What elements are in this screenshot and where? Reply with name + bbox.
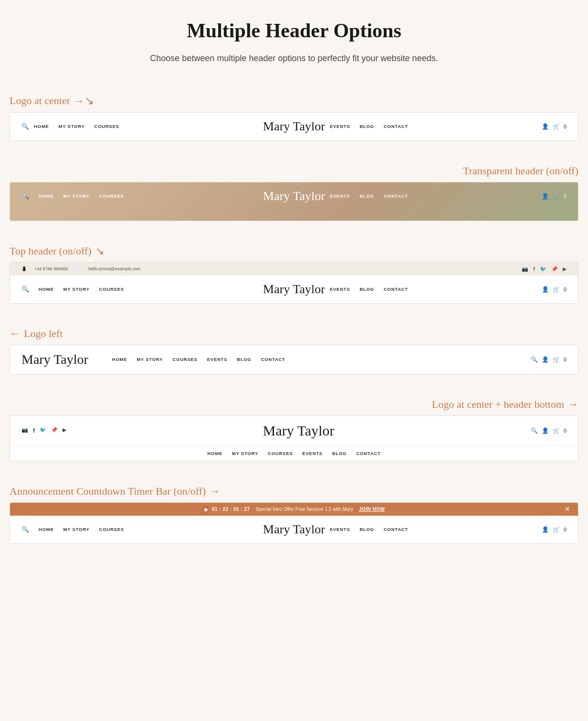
countdown-header-nav: 🔍 HOME MY STORY COURSES Mary Taylor EVEN… [10,516,578,543]
logo-top: Mary Taylor [263,282,325,297]
cart-icon[interactable]: 🛒 [553,123,560,130]
logo-text-top: Mary Taylor [263,282,325,296]
user-icon-cb[interactable]: 👤 [542,427,549,434]
hero-bg: 🔍 HOME MY STORY COURSES Mary Taylor EVEN… [10,182,578,221]
nav-blog-top[interactable]: BLOG [355,286,379,292]
nav-my-story-cd[interactable]: MY STORY [59,527,94,532]
nav-my-story-t[interactable]: MY STORY [59,193,94,199]
nav-home-ll[interactable]: HOME [107,357,132,362]
nav-home-cd[interactable]: HOME [34,527,59,532]
youtube-icon-cb[interactable]: ▶ [63,427,66,434]
email-address: hello.emma@example.com [88,266,140,271]
nav-home-top[interactable]: HOME [34,286,59,292]
twitter-icon[interactable]: 🐦 [540,266,546,272]
nav-contact-cd[interactable]: CONTACT [379,527,413,532]
user-icon-top[interactable]: 👤 [542,286,549,293]
search-icon-cd[interactable]: 🔍 [21,526,34,533]
annotation-logo-left: ← Logo left [10,328,578,340]
cart-icon-cb[interactable]: 🛒 [553,427,560,434]
nav-home[interactable]: HOME [29,124,54,129]
section-center-bottom: Logo at center + header bottom → 📷 f 🐦 📌… [10,398,578,461]
annotation-transparent: Transparent header (on/off) [10,165,578,177]
logo-text-transparent: Mary Taylor [263,189,325,203]
nav-home-cb[interactable]: HOME [203,451,228,456]
pinterest-icon[interactable]: 📌 [551,266,558,272]
cart-icon-top[interactable]: 🛒 [553,286,560,293]
youtube-icon[interactable]: ▶ [563,266,567,272]
nav-my-story-ll[interactable]: MY STORY [132,357,168,362]
countdown-bar: ⏰ 01 : 23 : 55 : 27 Special Intro Offer … [10,503,578,516]
nav-contact-ll[interactable]: CONTACT [256,357,290,362]
header-icons-cd: 👤 🛒 0 [542,526,567,533]
nav-events[interactable]: EVENTS [325,124,355,129]
nav-blog[interactable]: BLOG [355,124,379,129]
nav-events-t[interactable]: EVENTS [325,193,355,199]
cart-icon-t[interactable]: 🛒 [553,193,560,200]
logo-left-bar: Mary Taylor HOME MY STORY COURSES EVENTS… [10,345,578,374]
search-icon-top[interactable]: 🔍 [21,286,34,293]
search-icon-transparent[interactable]: 🔍 [21,192,34,200]
nav-courses[interactable]: COURSES [90,124,124,129]
join-now-button[interactable]: JOIN NOW [359,507,385,512]
nav-blog-t[interactable]: BLOG [355,193,379,199]
top-bar: 📱 +44 6786 984956 ✉️ hello.emma@example.… [10,263,578,276]
close-icon[interactable]: ✕ [565,505,570,513]
nav-events-cd[interactable]: EVENTS [325,527,355,532]
user-icon-ll[interactable]: 👤 [542,356,549,363]
nav-left: 🔍 HOME MY STORY COURSES [21,123,263,130]
nav-contact[interactable]: CONTACT [379,124,413,129]
user-icon[interactable]: 👤 [542,123,549,130]
nav-events-ll[interactable]: EVENTS [202,357,232,362]
nav-blog-ll[interactable]: BLOG [232,357,256,362]
nav-courses-top[interactable]: COURSES [94,286,129,292]
twitter-icon-cb[interactable]: 🐦 [40,427,46,434]
nav-my-story[interactable]: MY STORY [54,124,90,129]
nav-home-t[interactable]: HOME [34,193,59,199]
countdown-message: Special Intro Offer Free Session 1:1 wit… [256,507,353,512]
facebook-icon[interactable]: f [533,266,535,272]
facebook-icon-cb[interactable]: f [33,427,35,434]
nav-events-cb[interactable]: EVENTS [297,451,327,456]
logo-cb: Mary Taylor [66,423,531,439]
nav-contact-top[interactable]: CONTACT [379,286,413,292]
nav-right-transparent: EVENTS BLOG CONTACT 👤 🛒 0 [325,193,567,200]
logo-cd: Mary Taylor [263,522,325,537]
user-icon-cd[interactable]: 👤 [542,526,549,533]
nav-courses-cd[interactable]: COURSES [94,527,129,532]
logo-text-cd: Mary Taylor [263,522,325,536]
header-demo-logo-center: 🔍 HOME MY STORY COURSES Mary Taylor EVEN… [10,112,578,141]
nav-events-top[interactable]: EVENTS [325,286,355,292]
nav-courses-ll[interactable]: COURSES [168,357,202,362]
phone-number: +44 6786 984956 [34,266,68,271]
nav-blog-cb[interactable]: BLOG [327,451,351,456]
section-top-header: Top header (on/off) ↘ 📱 +44 6786 984956 … [10,245,578,304]
nav-courses-t[interactable]: COURSES [94,193,129,199]
header-icons-transparent: 👤 🛒 0 [542,193,567,200]
logo-transparent: Mary Taylor [263,189,325,203]
nav-courses-cb[interactable]: COURSES [263,451,297,456]
header-icons-ll: 🔍 👤 🛒 0 [531,356,567,363]
logo-text: Mary Taylor [263,119,325,133]
section-transparent: Transparent header (on/off) 🔍 HOME MY ST… [10,165,578,221]
nav-my-story-cb[interactable]: MY STORY [227,451,263,456]
social-icons-cb: 📷 f 🐦 📌 ▶ [21,427,66,434]
pinterest-icon-cb[interactable]: 📌 [51,427,58,434]
user-icon-t[interactable]: 👤 [542,193,549,200]
nav-my-story-top[interactable]: MY STORY [59,286,94,292]
nav-contact-cb[interactable]: CONTACT [351,451,385,456]
cart-count-t: 0 [564,193,567,199]
instagram-icon[interactable]: 📷 [522,266,528,272]
instagram-icon-cb[interactable]: 📷 [21,427,28,434]
search-icon-ll[interactable]: 🔍 [531,356,538,363]
clock-icon: ⏰ [203,507,209,512]
email-icon: ✉️ [75,266,81,271]
countdown-timer: ⏰ 01 : 23 : 55 : 27 [203,507,250,512]
search-icon-cb[interactable]: 🔍 [531,427,538,434]
header-icons: 👤 🛒 0 [542,123,567,130]
cart-icon-cd[interactable]: 🛒 [553,526,560,533]
cart-icon-ll[interactable]: 🛒 [553,356,560,363]
nav-contact-t[interactable]: CONTACT [379,193,413,199]
search-icon[interactable]: 🔍 [21,123,29,130]
countdown-time: 01 : 23 : 55 : 27 [212,507,250,512]
nav-blog-cd[interactable]: BLOG [355,527,379,532]
